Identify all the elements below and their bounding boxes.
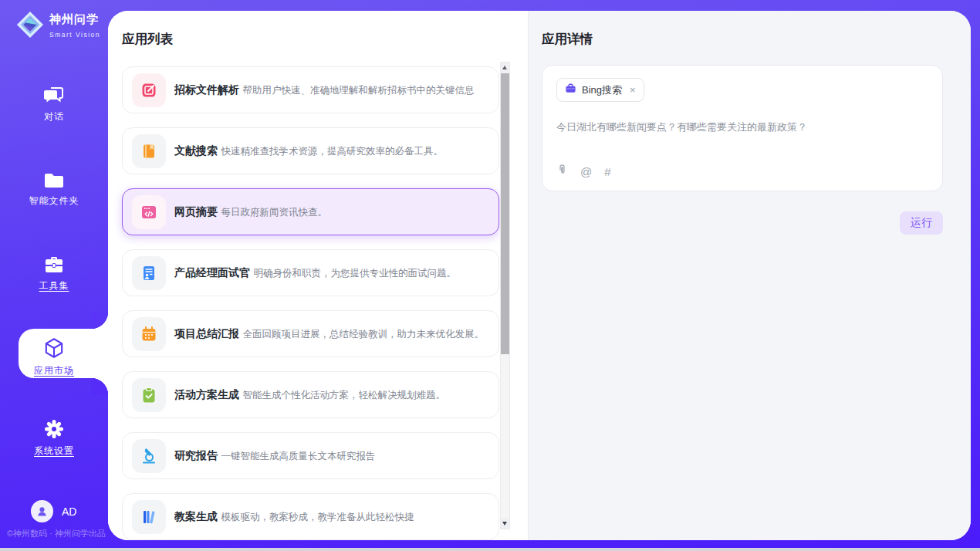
briefcase-icon [565, 83, 576, 97]
sidebar-item-chat[interactable]: 对话 [0, 86, 108, 123]
copyright-text: ©神州数码 · 神州问学出品 [7, 528, 107, 539]
app-card-desc: 一键智能生成高质量长文本研究报告 [221, 451, 375, 461]
app-card-desc: 明确身份和职责，为您提供专业性的面试问题。 [253, 268, 456, 279]
query-input[interactable]: 今日湖北有哪些新闻要点？有哪些需要关注的最新政策？ [556, 120, 928, 134]
brand-diamond-icon [15, 10, 45, 42]
cube-icon [0, 336, 108, 360]
folder-icon [0, 171, 108, 190]
gear-icon [0, 418, 108, 440]
brand-name: 神州问学 [49, 12, 99, 25]
app-card-title: 活动方案生成 [174, 388, 239, 401]
list-scrollbar[interactable] [500, 62, 510, 529]
app-card-project-summary[interactable]: 项目总结汇报 全面回顾项目进展，总结经验教训，助力未来优化发展。 [122, 310, 499, 357]
sidebar: 神州问学 Smart Vision 对话 智能文件夹 [0, 0, 108, 548]
app-card-desc: 快速精准查找学术资源，提高研究效率的必备工具。 [221, 146, 443, 157]
app-card-research-report[interactable]: 研究报告 一键智能生成高质量长文本研究报告 [122, 432, 499, 479]
tool-chip-label: Bing搜索 [582, 83, 622, 97]
toolbox-icon [0, 255, 108, 275]
app-card-pm-interviewer[interactable]: 产品经理面试官 明确身份和职责，为您提供专业性的面试问题。 [122, 249, 499, 296]
app-list-title: 应用列表 [122, 31, 173, 48]
avatar [31, 500, 53, 522]
books-icon [132, 500, 166, 534]
document-person-icon [132, 256, 166, 290]
app-card-event-plan[interactable]: 活动方案生成 智能生成个性化活动方案，轻松解决规划难题。 [122, 371, 499, 418]
sidebar-item-label: 应用市场 [0, 364, 108, 377]
tool-chip-bing-search[interactable]: Bing搜索 × [556, 78, 644, 102]
app-detail-panel: 应用详情 Bing搜索 × 今日湖北有哪些新闻要点？有哪些需要关注的最新政策？ [528, 11, 971, 540]
brand-logo: 神州问学 Smart Vision [15, 10, 108, 42]
app-card-lesson-plan[interactable]: 教案生成 模板驱动，教案秒成，教学准备从此轻松快捷 [122, 493, 499, 540]
app-card-desc: 模板驱动，教案秒成，教学准备从此轻松快捷 [221, 512, 414, 522]
calendar-icon [132, 317, 166, 351]
app-card-desc: 智能生成个性化活动方案，轻松解决规划难题。 [242, 390, 445, 401]
pen-square-icon [132, 73, 166, 107]
attachment-toolbar: @ # [556, 163, 928, 180]
sidebar-item-toolset[interactable]: 工具集 [0, 255, 108, 292]
window-bottom-edge [0, 548, 980, 551]
app-card-bid-analysis[interactable]: 招标文件解析 帮助用户快速、准确地理解和解析招标书中的关键信息 [122, 66, 499, 113]
app-card-desc: 帮助用户快速、准确地理解和解析招标书中的关键信息 [242, 85, 474, 96]
brand-subtitle: Smart Vision [49, 31, 100, 39]
run-button[interactable]: 运行 [900, 211, 943, 235]
sidebar-item-label: 工具集 [0, 279, 108, 292]
app-card-desc: 全面回顾项目进展，总结经验教训，助力未来优化发展。 [242, 329, 484, 340]
user-account[interactable]: AD [31, 500, 76, 522]
scroll-down-button[interactable] [501, 518, 509, 529]
user-initials: AD [62, 505, 76, 518]
clipboard-check-icon [132, 378, 166, 412]
sidebar-item-settings[interactable]: 系统设置 [0, 418, 108, 458]
app-card-title: 文献搜索 [174, 144, 218, 157]
app-card-title: 招标文件解析 [174, 83, 239, 96]
sidebar-item-smart-folder[interactable]: 智能文件夹 [0, 171, 108, 208]
mention-icon[interactable]: @ [580, 165, 592, 178]
scrollbar-thumb[interactable] [501, 73, 509, 354]
app-card-title: 研究报告 [174, 449, 218, 461]
chip-close-icon[interactable]: × [630, 84, 636, 96]
run-row: 运行 [542, 211, 943, 235]
topic-icon[interactable]: # [604, 165, 610, 178]
microscope-icon [132, 439, 166, 473]
app-detail-title: 应用详情 [542, 31, 943, 48]
app-card-title: 网页摘要 [174, 205, 218, 218]
browser-code-icon [132, 195, 166, 229]
paperclip-icon[interactable] [556, 163, 568, 180]
app-card-title: 项目总结汇报 [174, 327, 239, 340]
sidebar-item-app-market[interactable]: 应用市场 [0, 336, 108, 377]
app-card-title: 教案生成 [174, 510, 218, 522]
chat-bubble-icon [0, 86, 108, 106]
app-card-desc: 每日政府新闻资讯快查。 [221, 207, 327, 218]
app-card-list: 招标文件解析 帮助用户快速、准确地理解和解析招标书中的关键信息 文献搜索 [122, 66, 499, 540]
app-list-panel: 应用列表 招标文件解析 帮助用户快速、准确地理解和解析招标书中的关键信息 [108, 11, 528, 540]
book-icon [132, 134, 166, 168]
app-card-literature-search[interactable]: 文献搜索 快速精准查找学术资源，提高研究效率的必备工具。 [122, 127, 499, 174]
sidebar-item-label: 系统设置 [0, 445, 108, 458]
sidebar-item-label: 智能文件夹 [0, 194, 108, 208]
sidebar-item-label: 对话 [0, 110, 108, 123]
scroll-up-button[interactable] [501, 63, 509, 73]
app-card-web-summary[interactable]: 网页摘要 每日政府新闻资讯快查。 [122, 188, 499, 235]
query-card: Bing搜索 × 今日湖北有哪些新闻要点？有哪些需要关注的最新政策？ @ # [542, 65, 943, 191]
content-area: 应用列表 招标文件解析 帮助用户快速、准确地理解和解析招标书中的关键信息 [108, 11, 971, 540]
app-card-title: 产品经理面试官 [174, 266, 250, 279]
